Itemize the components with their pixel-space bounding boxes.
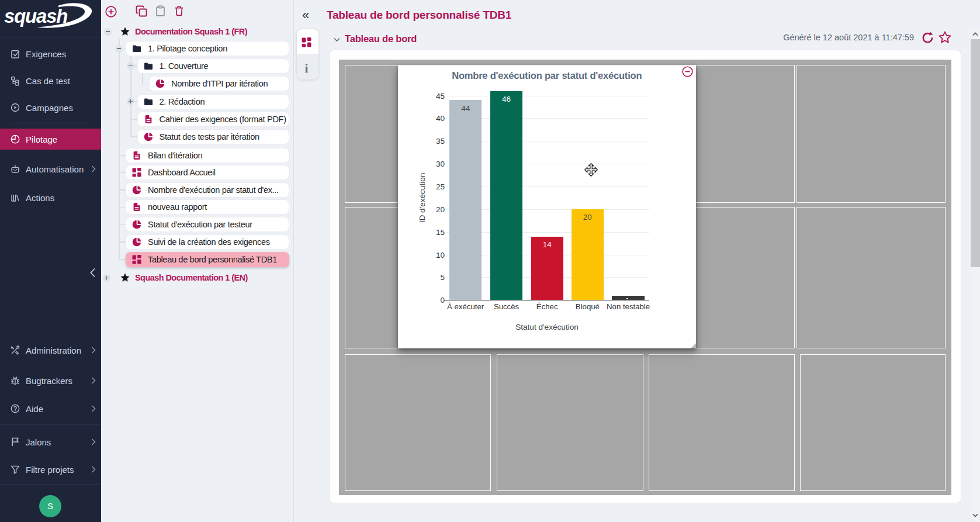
svg-text:squash: squash — [4, 5, 67, 27]
